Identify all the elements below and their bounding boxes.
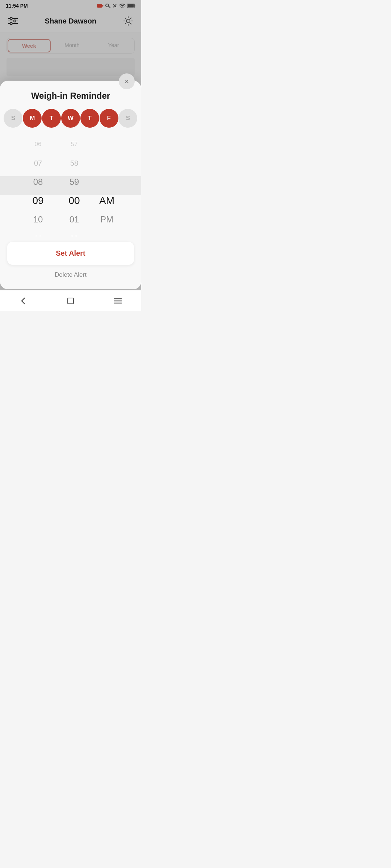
minute-item-selected[interactable]: 00	[56, 191, 92, 210]
weigh-in-reminder-modal: × Weigh-in Reminder S M T W T F S	[0, 81, 141, 289]
period-pm[interactable]: PM	[92, 210, 121, 229]
time-picker[interactable]: 06 07 08 09 10 11 12 57 58 59 00 01 02 0…	[0, 135, 141, 236]
day-sunday[interactable]: S	[4, 109, 22, 128]
day-saturday[interactable]: S	[118, 109, 137, 128]
period-am[interactable]: AM	[92, 191, 121, 210]
home-icon	[67, 297, 75, 305]
close-button[interactable]: ×	[119, 73, 135, 89]
set-alert-button[interactable]: Set Alert	[7, 242, 134, 265]
home-button[interactable]	[63, 293, 79, 309]
minute-item[interactable]: 57	[56, 135, 92, 154]
hour-item[interactable]: 07	[20, 154, 56, 173]
menu-button[interactable]	[110, 293, 126, 309]
time-columns: 06 07 08 09 10 11 12 57 58 59 00 01 02 0…	[0, 135, 141, 236]
minutes-column[interactable]: 57 58 59 00 01 02 03	[56, 135, 92, 236]
close-icon: ×	[125, 77, 129, 86]
back-button[interactable]	[16, 293, 31, 309]
back-icon	[20, 297, 28, 305]
day-monday[interactable]: M	[23, 109, 42, 128]
hour-item[interactable]: 08	[20, 173, 56, 191]
day-thursday[interactable]: T	[80, 109, 99, 128]
hour-item[interactable]: 11	[20, 229, 56, 236]
hours-column[interactable]: 06 07 08 09 10 11 12	[20, 135, 56, 236]
day-wednesday[interactable]: W	[61, 109, 80, 128]
hour-item-selected[interactable]: 09	[20, 191, 56, 210]
hour-item[interactable]: 10	[20, 210, 56, 229]
svg-rect-15	[68, 298, 73, 304]
bottom-nav	[0, 290, 141, 311]
minute-item[interactable]: 59	[56, 173, 92, 191]
delete-alert-button[interactable]: Delete Alert	[0, 268, 141, 282]
day-friday[interactable]: F	[100, 109, 118, 128]
day-selector: S M T W T F S	[0, 107, 141, 135]
minute-item[interactable]: 02	[56, 229, 92, 236]
minute-item[interactable]: 58	[56, 154, 92, 173]
day-tuesday[interactable]: T	[42, 109, 61, 128]
period-column[interactable]: AM PM	[92, 135, 121, 229]
menu-icon	[114, 298, 122, 304]
hour-item[interactable]: 06	[20, 135, 56, 154]
minute-item[interactable]: 01	[56, 210, 92, 229]
